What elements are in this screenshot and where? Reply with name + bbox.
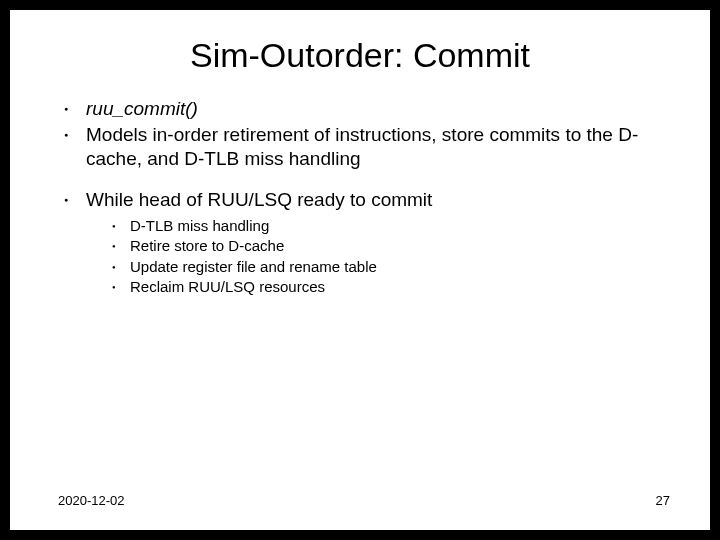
bullet-item: While head of RUU/LSQ ready to commit D-… [64, 188, 680, 297]
footer-page-number: 27 [656, 493, 670, 508]
bullet-item: Models in-order retirement of instructio… [64, 123, 680, 171]
bullet-list: ruu_commit() Models in-order retirement … [40, 97, 680, 297]
sub-bullet-item: Update register file and rename table [112, 257, 680, 277]
bullet-text: While head of RUU/LSQ ready to commit [86, 189, 432, 210]
bullet-text: ruu_commit() [86, 98, 198, 119]
bullet-text: Models in-order retirement of instructio… [86, 124, 638, 169]
sub-bullet-list: D-TLB miss handling Retire store to D-ca… [86, 216, 680, 297]
sub-bullet-text: Reclaim RUU/LSQ resources [130, 278, 325, 295]
footer-date: 2020-12-02 [58, 493, 125, 508]
sub-bullet-item: Retire store to D-cache [112, 236, 680, 256]
sub-bullet-text: Update register file and rename table [130, 258, 377, 275]
slide-title: Sim-Outorder: Commit [40, 36, 680, 75]
slide-footer: 2020-12-02 27 [58, 493, 670, 508]
bullet-item: ruu_commit() [64, 97, 680, 121]
sub-bullet-item: Reclaim RUU/LSQ resources [112, 277, 680, 297]
sub-bullet-text: Retire store to D-cache [130, 237, 284, 254]
sub-bullet-item: D-TLB miss handling [112, 216, 680, 236]
sub-bullet-text: D-TLB miss handling [130, 217, 269, 234]
slide: Sim-Outorder: Commit ruu_commit() Models… [10, 10, 710, 530]
